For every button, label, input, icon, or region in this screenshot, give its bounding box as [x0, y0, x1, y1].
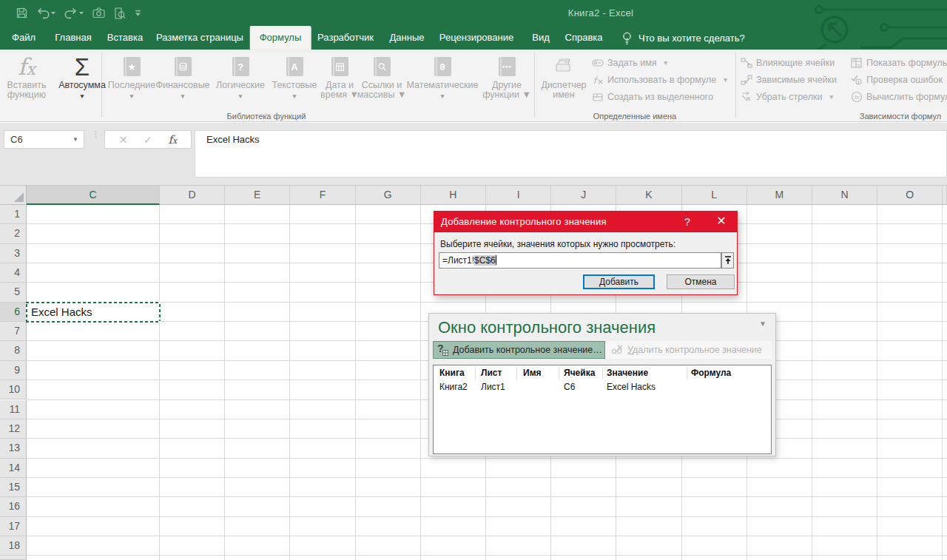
row-header-12[interactable]: 12 [0, 419, 27, 439]
tab-вид[interactable]: Вид [522, 26, 559, 50]
row-header-1[interactable]: 1 [0, 205, 27, 224]
name-tag-icon [592, 57, 604, 69]
row-header-17[interactable]: 17 [0, 517, 27, 536]
tab-вставка[interactable]: Вставка [98, 26, 152, 50]
column-header-F[interactable]: F [290, 186, 355, 205]
tab-справка[interactable]: Справка [556, 26, 613, 50]
column-header-D[interactable]: D [160, 186, 225, 205]
lookup-reference-functions-button[interactable]: Ссылки и массивы ▼ [356, 54, 408, 100]
customize-quick-access-icon[interactable] [135, 10, 141, 17]
use-in-formula-button[interactable]: Использовать в формуле▼ [592, 72, 729, 88]
row-header-5[interactable]: 5 [0, 283, 27, 302]
panel-chevron-icon[interactable]: ▼ [759, 320, 766, 328]
define-name-button[interactable]: Задать имя▼ [592, 55, 669, 71]
column-header-I[interactable]: I [486, 186, 551, 205]
camera-icon[interactable] [92, 7, 105, 18]
insert-function-icon[interactable]: fx [168, 133, 177, 146]
name-box[interactable]: C6 ▼ [4, 130, 84, 149]
tell-me-box[interactable]: Что вы хотите сделать? [621, 26, 745, 50]
column-header-H[interactable]: H [421, 186, 486, 205]
column-header-partial[interactable] [943, 186, 947, 205]
watch-column-separator [687, 367, 687, 379]
column-header-E[interactable]: E [225, 186, 290, 205]
row-header-8[interactable]: 8 [0, 341, 27, 360]
tab-рецензирование[interactable]: Рецензирование [430, 26, 523, 50]
column-header-O[interactable]: O [877, 186, 943, 205]
grid-line [27, 516, 947, 517]
grid-line [27, 477, 947, 478]
name-manager-button[interactable]: Диспетчер имен [535, 54, 593, 100]
recent-functions-button[interactable]: ★Последние▼ [106, 54, 158, 100]
row-header-2[interactable]: 2 [0, 224, 27, 243]
row-header-partial[interactable] [0, 556, 27, 560]
active-cell-C6[interactable]: Excel Hacks [26, 302, 161, 323]
cancel-entry-icon[interactable]: ✕ [119, 134, 128, 146]
column-header-K[interactable]: K [616, 186, 681, 205]
column-header-L[interactable]: L [682, 186, 747, 205]
redo-icon[interactable] [64, 7, 84, 19]
trace-dependents-button[interactable]: Зависимые ячейки [741, 72, 837, 88]
cell-reference-input[interactable]: =Лист1!$C$6 [439, 252, 721, 269]
tab-данные[interactable]: Данные [380, 26, 434, 50]
row-header-7[interactable]: 7 [0, 322, 27, 341]
circuit-decoration [773, 0, 947, 50]
column-header-M[interactable]: M [747, 186, 812, 205]
svg-text:15: 15 [852, 58, 856, 61]
column-header-G[interactable]: G [356, 186, 421, 205]
row-header-3[interactable]: 3 [0, 244, 27, 263]
watch-column-1: Книга [439, 368, 465, 379]
watch-table[interactable]: КнигаЛистИмяЯчейкаЗначениеФормулаКнига2Л… [433, 365, 772, 454]
add-button[interactable]: Добавить [583, 274, 655, 289]
insert-function-button[interactable]: fxВставить функцию [2, 54, 51, 100]
row-header-13[interactable]: 13 [0, 439, 27, 458]
cancel-button[interactable]: Отмена [667, 274, 735, 289]
date-time-functions-button[interactable]: Дата и время ▼ [320, 54, 360, 100]
create-from-selection-button[interactable]: Создать из выделенного [592, 89, 713, 105]
dialog-close-button[interactable]: ✕ [706, 212, 737, 232]
active-cell-value: Excel Hacks [31, 306, 92, 318]
dialog-help-button[interactable]: ? [676, 212, 698, 232]
name-box-dropdown-icon[interactable]: ▼ [73, 131, 78, 148]
show-formulas-button[interactable]: 15fxПоказать формулы [851, 55, 947, 71]
text-functions-button[interactable]: AТекстовые▼ [269, 54, 320, 100]
error-checking-button[interactable]: Проверка ошибок▼ [851, 72, 947, 88]
column-header-N[interactable]: N [812, 186, 877, 205]
row-header-9[interactable]: 9 [0, 361, 27, 380]
confirm-entry-icon[interactable]: ✓ [144, 134, 152, 146]
tab-file[interactable]: Файл [2, 26, 45, 50]
print-preview-icon[interactable] [114, 7, 126, 19]
tab-формулы[interactable]: Формулы [250, 26, 311, 50]
row-header-6[interactable]: 6 [0, 303, 27, 322]
tab-разработчик[interactable]: Разработчик [308, 26, 383, 50]
row-header-4[interactable]: 4 [0, 263, 27, 283]
evaluate-formula-button[interactable]: fxВычислить формулу [851, 89, 947, 105]
grid-line [27, 555, 947, 556]
remove-arrows-button[interactable]: Убрать стрелки▼ [741, 89, 835, 105]
row-header-11[interactable]: 11 [0, 400, 27, 419]
add-watch-button[interactable]: ? Добавить контрольное значение… [433, 341, 605, 359]
collapse-dialog-button[interactable] [721, 252, 734, 269]
column-header-C[interactable]: C [27, 186, 160, 205]
financial-functions-button[interactable]: Финансовые▼ [154, 54, 212, 100]
ribbon: Библиотека функций Определенные имена За… [0, 50, 947, 122]
row-header-16[interactable]: 16 [0, 497, 27, 516]
autosum-button[interactable]: ΣАвтосумма▼ [53, 54, 111, 100]
column-header-J[interactable]: J [551, 186, 616, 205]
more-functions-button[interactable]: ⋯Другие функции ▼ [481, 54, 533, 100]
row-header-10[interactable]: 10 [0, 380, 27, 399]
save-icon[interactable] [16, 7, 27, 18]
tab-разметка-страницы[interactable]: Разметка страницы [146, 26, 253, 50]
trace-precedents-button[interactable]: Влияющие ячейки [741, 55, 835, 71]
select-all-corner[interactable] [0, 186, 27, 205]
math-trig-functions-button[interactable]: θМатематические▼ [405, 54, 479, 100]
undo-icon[interactable] [36, 7, 55, 19]
row-header-18[interactable]: 18 [0, 536, 27, 556]
delete-watch-button[interactable]: Удалить контрольное значение [607, 341, 772, 359]
row-header-15[interactable]: 15 [0, 478, 27, 497]
tab-главная[interactable]: Главная [45, 26, 101, 50]
formula-bar-splitter[interactable]: ⋮ [92, 132, 98, 148]
logical-functions-button[interactable]: ?Логические▼ [213, 54, 268, 100]
row-header-14[interactable]: 14 [0, 459, 27, 478]
formula-input[interactable]: Excel Hacks [195, 130, 947, 178]
button-label: Влияющие ячейки [756, 58, 835, 68]
